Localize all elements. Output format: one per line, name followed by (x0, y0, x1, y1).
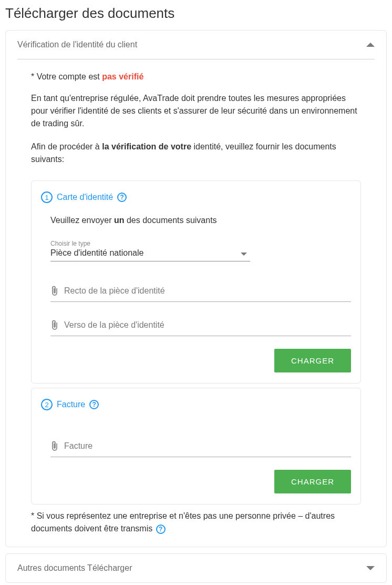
identity-panel-header[interactable]: Vérification de l'identité du client (6, 31, 386, 59)
verification-description: En tant qu'entreprise régulée, AvaTrade … (31, 92, 361, 130)
id-front-upload[interactable]: Recto de la pièce d'identité (50, 280, 351, 302)
corporate-note: * Si vous représentez une entreprise et … (31, 511, 335, 533)
step1-instruction-prefix: Veuillez envoyer (50, 216, 114, 225)
upload-id-button[interactable]: CHARGER (274, 349, 351, 372)
account-status-line: * Votre compte est pas vérifié (31, 72, 361, 82)
instruction-prefix: Afin de procéder à (31, 142, 102, 151)
help-icon[interactable]: ? (89, 400, 99, 409)
paperclip-icon (50, 320, 59, 330)
document-type-select[interactable]: Choisir le type Pièce d'identité nationa… (50, 240, 250, 261)
instruction-bold: la vérification de votre (102, 142, 191, 151)
help-icon[interactable]: ? (156, 525, 166, 534)
step2-number-icon: 2 (41, 399, 53, 410)
upload-invoice-button[interactable]: CHARGER (274, 470, 351, 493)
paperclip-icon (50, 441, 59, 451)
chevron-up-icon (366, 43, 375, 47)
step2-header: 2 Facture ? (41, 399, 351, 410)
id-front-label: Recto de la pièce d'identité (64, 286, 165, 296)
chevron-down-icon (366, 566, 375, 570)
id-back-label: Verso de la pièce d'identité (64, 320, 164, 330)
page-title: Télécharger des documents (0, 0, 392, 30)
select-label: Choisir le type (50, 240, 250, 247)
step1-instruction: Veuillez envoyer un des documents suivan… (50, 216, 351, 225)
chevron-down-icon (241, 253, 247, 256)
step1-header: 1 Carte d'identité ? (41, 191, 351, 203)
select-value: Pièce d'identité nationale (50, 248, 250, 261)
step2-title: Facture (57, 400, 85, 409)
other-documents-title: Autres documents Télécharger (17, 563, 132, 573)
invoice-section: 2 Facture ? Facture CHARGER (31, 388, 361, 505)
help-icon[interactable]: ? (117, 193, 127, 202)
divider (17, 59, 375, 59)
paperclip-icon (50, 286, 59, 296)
id-back-upload[interactable]: Verso de la pièce d'identité (50, 315, 351, 336)
status-prefix: * Votre compte est (31, 72, 102, 81)
other-documents-panel: Autres documents Télécharger (5, 553, 387, 583)
step1-instruction-bold: un (114, 216, 125, 225)
identity-verification-panel: Vérification de l'identité du client * V… (5, 30, 387, 547)
identity-panel-title: Vérification de l'identité du client (17, 40, 137, 49)
invoice-label: Facture (64, 441, 92, 451)
step1-title: Carte d'identité (57, 193, 113, 202)
step1-number-icon: 1 (41, 191, 53, 203)
invoice-upload[interactable]: Facture (50, 436, 351, 457)
step1-instruction-suffix: des documents suivants (125, 216, 217, 225)
other-documents-header[interactable]: Autres documents Télécharger (6, 554, 386, 582)
id-card-section: 1 Carte d'identité ? Veuillez envoyer un… (31, 180, 361, 384)
status-badge: pas vérifié (102, 72, 143, 81)
verification-instruction: Afin de procéder à la vérification de vo… (31, 140, 361, 166)
